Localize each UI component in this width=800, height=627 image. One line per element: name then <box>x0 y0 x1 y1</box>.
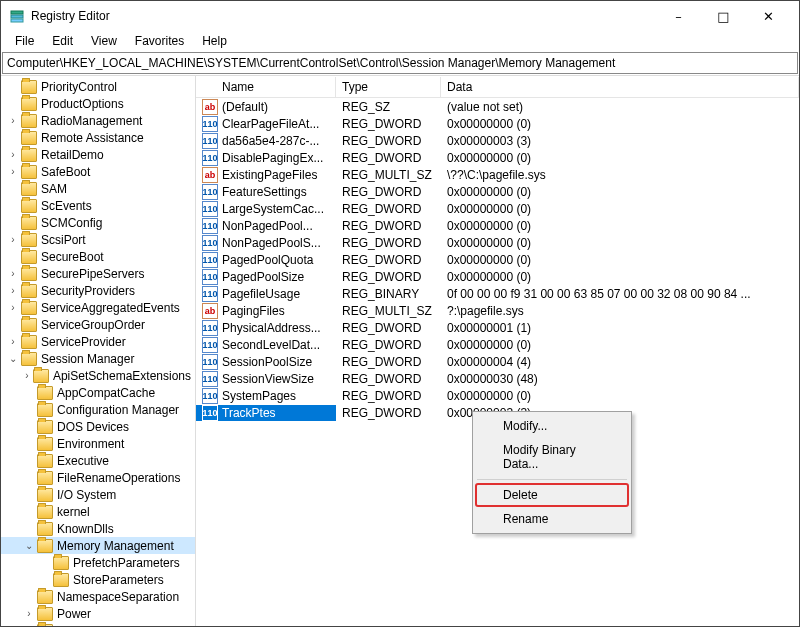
tree-item[interactable]: SAM <box>1 180 195 197</box>
address-bar[interactable]: Computer\HKEY_LOCAL_MACHINE\SYSTEM\Curre… <box>2 52 798 74</box>
tree-item[interactable]: ›SecurityProviders <box>1 282 195 299</box>
menu-help[interactable]: Help <box>194 32 235 50</box>
tree-item[interactable]: FileRenameOperations <box>1 469 195 486</box>
value-data: ?:\pagefile.sys <box>441 304 799 318</box>
expand-icon[interactable]: › <box>7 166 19 177</box>
tree-item[interactable]: ServiceGroupOrder <box>1 316 195 333</box>
tree-item[interactable]: Remote Assistance <box>1 129 195 146</box>
tree-item-label: ServiceGroupOrder <box>41 318 145 332</box>
column-data[interactable]: Data <box>441 77 799 97</box>
minimize-button[interactable]: – <box>656 2 701 30</box>
menu-favorites[interactable]: Favorites <box>127 32 192 50</box>
tree-item[interactable]: AppCompatCache <box>1 384 195 401</box>
tree-item[interactable]: Environment <box>1 435 195 452</box>
value-type: REG_SZ <box>336 100 441 114</box>
tree-item[interactable]: ›SecurePipeServers <box>1 265 195 282</box>
value-row[interactable]: 110NonPagedPoolS...REG_DWORD0x00000000 (… <box>196 234 799 251</box>
expand-icon[interactable]: › <box>7 234 19 245</box>
tree-item-label: KnownDlls <box>57 522 114 536</box>
value-row[interactable]: 110PagefileUsageREG_BINARY0f 00 00 00 f9… <box>196 285 799 302</box>
context-menu-item[interactable]: Modify Binary Data... <box>475 438 629 476</box>
value-row[interactable]: 110PagedPoolQuotaREG_DWORD0x00000000 (0) <box>196 251 799 268</box>
tree-item-label: ServiceProvider <box>41 335 126 349</box>
tree-item[interactable]: ›RadioManagement <box>1 112 195 129</box>
tree-item-label: SAM <box>41 182 67 196</box>
string-value-icon: ab <box>202 99 218 115</box>
tree-item[interactable]: kernel <box>1 503 195 520</box>
menu-view[interactable]: View <box>83 32 125 50</box>
menu-file[interactable]: File <box>7 32 42 50</box>
value-type: REG_DWORD <box>336 219 441 233</box>
tree-item[interactable]: ›ApiSetSchemaExtensions <box>1 367 195 384</box>
folder-icon <box>21 216 37 230</box>
svg-rect-2 <box>11 19 23 22</box>
tree-item[interactable]: ›ServiceProvider <box>1 333 195 350</box>
tree-item[interactable]: PrefetchParameters <box>1 554 195 571</box>
tree-item[interactable]: ProductOptions <box>1 95 195 112</box>
tree-item[interactable]: SecureBoot <box>1 248 195 265</box>
tree-item[interactable]: ›ServiceAggregatedEvents <box>1 299 195 316</box>
tree-item[interactable]: ›SafeBoot <box>1 163 195 180</box>
tree-item[interactable]: ›Power <box>1 605 195 622</box>
tree-item[interactable]: Configuration Manager <box>1 401 195 418</box>
value-row[interactable]: 110DisablePagingEx...REG_DWORD0x00000000… <box>196 149 799 166</box>
expand-icon[interactable]: › <box>7 268 19 279</box>
tree-item[interactable]: KnownDlls <box>1 520 195 537</box>
value-row[interactable]: 110LargeSystemCac...REG_DWORD0x00000000 … <box>196 200 799 217</box>
value-row[interactable]: abExistingPageFilesREG_MULTI_SZ\??\C:\pa… <box>196 166 799 183</box>
value-row[interactable]: 110NonPagedPool...REG_DWORD0x00000000 (0… <box>196 217 799 234</box>
column-type[interactable]: Type <box>336 77 441 97</box>
tree-item[interactable]: SCMConfig <box>1 214 195 231</box>
tree-item[interactable]: NamespaceSeparation <box>1 588 195 605</box>
tree-item[interactable]: ⌄Memory Management <box>1 537 195 554</box>
context-menu-item[interactable]: Modify... <box>475 414 629 438</box>
values-panel[interactable]: Name Type Data ab(Default)REG_SZ(value n… <box>196 76 799 626</box>
folder-icon <box>21 148 37 162</box>
folder-icon <box>37 437 53 451</box>
value-type: REG_DWORD <box>336 117 441 131</box>
tree-item[interactable]: ScEvents <box>1 197 195 214</box>
expand-icon[interactable]: › <box>7 336 19 347</box>
value-name: PagefileUsage <box>222 287 300 301</box>
value-type: REG_DWORD <box>336 406 441 420</box>
column-name[interactable]: Name <box>196 77 336 97</box>
tree-item-label: PriorityControl <box>41 80 117 94</box>
value-row[interactable]: 110SessionViewSizeREG_DWORD0x00000030 (4… <box>196 370 799 387</box>
value-row[interactable]: abPagingFilesREG_MULTI_SZ?:\pagefile.sys <box>196 302 799 319</box>
expand-icon[interactable]: › <box>7 149 19 160</box>
tree-item[interactable]: I/O System <box>1 486 195 503</box>
tree-item[interactable]: ⌄Session Manager <box>1 350 195 367</box>
value-row[interactable]: 110ClearPageFileAt...REG_DWORD0x00000000… <box>196 115 799 132</box>
collapse-icon[interactable]: ⌄ <box>23 540 35 551</box>
expand-icon[interactable]: › <box>23 370 31 381</box>
tree-item[interactable]: PriorityControl <box>1 78 195 95</box>
tree-item[interactable]: ›ScsiPort <box>1 231 195 248</box>
tree-item[interactable]: Executive <box>1 452 195 469</box>
tree-item-label: Quota System <box>57 624 133 627</box>
value-row[interactable]: 110SystemPagesREG_DWORD0x00000000 (0) <box>196 387 799 404</box>
binary-value-icon: 110 <box>202 184 218 200</box>
tree-item[interactable]: ›RetailDemo <box>1 146 195 163</box>
maximize-button[interactable]: □ <box>701 2 746 30</box>
expand-icon[interactable]: › <box>7 285 19 296</box>
value-row[interactable]: 110SecondLevelDat...REG_DWORD0x00000000 … <box>196 336 799 353</box>
value-row[interactable]: 110PagedPoolSizeREG_DWORD0x00000000 (0) <box>196 268 799 285</box>
expand-icon[interactable]: › <box>7 115 19 126</box>
close-button[interactable]: ✕ <box>746 2 791 30</box>
tree-panel[interactable]: PriorityControlProductOptions›RadioManag… <box>1 76 196 626</box>
menu-edit[interactable]: Edit <box>44 32 81 50</box>
tree-item[interactable]: DOS Devices <box>1 418 195 435</box>
value-row[interactable]: 110SessionPoolSizeREG_DWORD0x00000004 (4… <box>196 353 799 370</box>
collapse-icon[interactable]: ⌄ <box>7 353 19 364</box>
expand-icon[interactable]: › <box>7 302 19 313</box>
value-row[interactable]: 110da56a5e4-287c-...REG_DWORD0x00000003 … <box>196 132 799 149</box>
tree-item[interactable]: Quota System <box>1 622 195 626</box>
value-row[interactable]: 110FeatureSettingsREG_DWORD0x00000000 (0… <box>196 183 799 200</box>
expand-icon[interactable]: › <box>23 608 35 619</box>
context-menu-item[interactable]: Delete <box>475 483 629 507</box>
value-row[interactable]: 110PhysicalAddress...REG_DWORD0x00000001… <box>196 319 799 336</box>
tree-item[interactable]: StoreParameters <box>1 571 195 588</box>
folder-icon <box>21 335 37 349</box>
value-row[interactable]: ab(Default)REG_SZ(value not set) <box>196 98 799 115</box>
context-menu-item[interactable]: Rename <box>475 507 629 531</box>
